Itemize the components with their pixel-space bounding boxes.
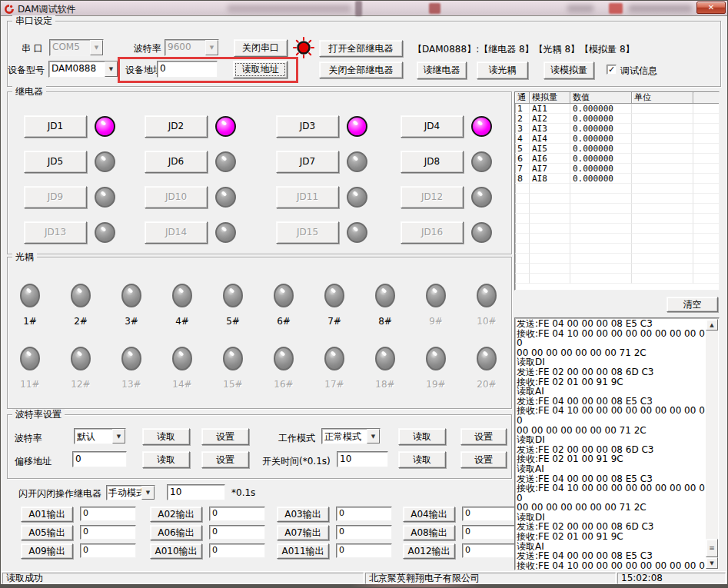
relay-button[interactable]: JD3 (276, 115, 339, 138)
scrollbar-thumb[interactable]: ≡ (706, 539, 718, 557)
analog-output-button[interactable]: A02输出 (150, 507, 202, 522)
relay-button[interactable]: JD8 (401, 151, 464, 173)
relay-button[interactable]: JD2 (145, 115, 208, 138)
analog-table-row[interactable]: 2 AI2 0.000000 (515, 114, 719, 124)
close-button[interactable]: ✕ (696, 2, 726, 14)
analog-table-row[interactable]: 5 AI5 0.000000 (515, 144, 719, 154)
baud-select[interactable]: 9600 ▼ (165, 39, 219, 56)
flash-time-input[interactable]: 10 (167, 484, 225, 500)
analog-table-row[interactable] (515, 244, 719, 254)
baud-set-button[interactable]: 设置 (201, 428, 249, 445)
analog-table-row[interactable]: 4 AI4 0.000000 (515, 134, 719, 144)
chevron-down-icon[interactable]: ▼ (112, 429, 125, 443)
close-serial-button[interactable]: 关闭串口 (234, 39, 288, 57)
analog-table-row[interactable] (515, 184, 719, 194)
col-header-name[interactable]: 模拟量 (530, 92, 570, 104)
analog-table-row[interactable] (515, 234, 719, 244)
offset-addr-input[interactable]: 0 (72, 451, 127, 467)
analog-output-button[interactable]: A01输出 (21, 507, 73, 522)
analog-table-row[interactable]: 6 AI6 0.000000 (515, 154, 719, 164)
analog-output-button[interactable]: A011输出 (277, 543, 329, 559)
col-header-channel[interactable]: 通 (515, 92, 530, 104)
mode-set-button[interactable]: 设置 (460, 428, 507, 445)
work-mode-select[interactable]: 正常模式 ▼ (321, 428, 381, 444)
analog-table-row[interactable]: 3 AI3 0.000000 (515, 124, 719, 134)
relay-button[interactable]: JD15 (276, 221, 339, 244)
read-relay-button[interactable]: 读继电器 (417, 61, 467, 79)
titlebar[interactable]: DAM调试软件 ✕ (1, 1, 728, 16)
relay-button[interactable]: JD14 (145, 221, 208, 244)
close-all-relays-button[interactable]: 关闭全部继电器 (319, 61, 403, 78)
relay-button[interactable]: JD6 (145, 151, 208, 173)
flash-mode-select[interactable]: 手动模式 ▼ (106, 485, 155, 500)
analog-output-button[interactable]: A08输出 (403, 525, 455, 540)
relay-button[interactable]: JD13 (24, 221, 87, 244)
switch-time-input[interactable]: 10 (337, 451, 388, 467)
analog-output-input[interactable]: 0 (209, 525, 265, 540)
analog-table-row[interactable]: 8 AI8 0.000000 (515, 174, 719, 184)
analog-table-row[interactable] (515, 214, 719, 224)
analog-output-button[interactable]: A03输出 (277, 507, 329, 522)
analog-output-button[interactable]: A012输出 (403, 543, 455, 559)
analog-output-input[interactable]: 0 (462, 507, 518, 521)
read-analog-button[interactable]: 读模拟量 (544, 61, 594, 79)
analog-output-button[interactable]: A09输出 (21, 543, 73, 559)
switch-set-button[interactable]: 设置 (460, 451, 507, 468)
relay-button[interactable]: JD1 (24, 115, 87, 138)
chevron-down-icon[interactable]: ▼ (90, 40, 103, 55)
analog-output-input[interactable]: 0 (336, 543, 392, 558)
analog-table-row[interactable]: 1 AI1 0.000000 (515, 104, 719, 114)
analog-output-input[interactable]: 0 (462, 525, 518, 540)
device-model-select[interactable]: DAM0888 ▼ (48, 61, 118, 78)
switch-read-button[interactable]: 读取 (398, 451, 446, 468)
relay-button[interactable]: JD16 (401, 221, 464, 244)
analog-output-input[interactable]: 0 (80, 543, 136, 558)
relay-button[interactable]: JD12 (401, 186, 464, 208)
analog-output-input[interactable]: 0 (80, 507, 136, 521)
device-addr-input[interactable]: 0 (157, 61, 218, 78)
analog-table-row[interactable] (515, 264, 719, 274)
relay-button[interactable]: JD7 (276, 151, 339, 173)
analog-output-button[interactable]: A05输出 (21, 525, 73, 540)
relay-button[interactable]: JD9 (24, 186, 87, 208)
analog-output-button[interactable]: A04输出 (403, 507, 455, 522)
open-all-relays-button[interactable]: 打开全部继电器 (319, 40, 403, 57)
analog-output-input[interactable]: 0 (209, 507, 265, 521)
scroll-up-button[interactable]: ▲ (706, 319, 718, 331)
analog-output-input[interactable]: 0 (80, 525, 136, 540)
analog-output-input[interactable]: 0 (336, 507, 392, 521)
baud-read-button[interactable]: 读取 (142, 428, 190, 445)
analog-output-button[interactable]: A07输出 (277, 525, 329, 540)
chevron-down-icon[interactable]: ▼ (367, 429, 380, 443)
serial-port-select[interactable]: COM5 ▼ (49, 39, 104, 56)
analog-table-row[interactable] (515, 274, 719, 284)
log-scrollbar[interactable]: ▲ ≡ ▼ (706, 319, 718, 569)
analog-table-row[interactable] (515, 254, 719, 264)
baud-setting-select[interactable]: 默认 ▼ (74, 428, 126, 444)
chevron-down-icon[interactable]: ▼ (205, 40, 218, 55)
col-header-value[interactable]: 数值 (570, 92, 632, 104)
debug-log[interactable]: 发送:FE 04 00 00 00 08 E5 C3接收:FE 04 10 00… (514, 317, 720, 570)
relay-button[interactable]: JD5 (24, 151, 87, 173)
analog-output-button[interactable]: A010输出 (150, 543, 202, 559)
chevron-down-icon[interactable]: ▼ (141, 486, 155, 500)
relay-button[interactable]: JD11 (276, 186, 339, 208)
analog-output-button[interactable]: A06输出 (150, 525, 202, 540)
relay-button[interactable]: JD10 (145, 186, 208, 208)
chevron-down-icon[interactable]: ▼ (105, 61, 118, 77)
offset-read-button[interactable]: 读取 (142, 451, 190, 468)
analog-table-row[interactable]: 7 AI7 0.000000 (515, 164, 719, 174)
offset-set-button[interactable]: 设置 (201, 451, 249, 468)
col-header-unit[interactable]: 单位 (632, 92, 693, 104)
mode-read-button[interactable]: 读取 (398, 428, 446, 445)
analog-table-row[interactable] (515, 224, 719, 234)
debug-info-checkbox[interactable]: ✓ (607, 65, 617, 75)
analog-output-input[interactable]: 0 (336, 525, 392, 540)
clear-log-button[interactable]: 清空 (667, 297, 718, 312)
analog-output-input[interactable]: 0 (209, 543, 265, 558)
relay-button[interactable]: JD4 (401, 115, 464, 138)
analog-output-input[interactable]: 0 (462, 543, 518, 558)
scroll-down-button[interactable]: ▼ (706, 557, 718, 569)
read-opto-button[interactable]: 读光耦 (477, 61, 528, 79)
analog-table-row[interactable] (515, 194, 719, 204)
